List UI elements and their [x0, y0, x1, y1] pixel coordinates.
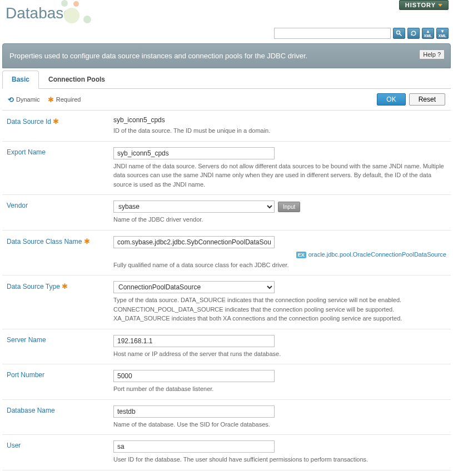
help-button[interactable]: Help ?	[419, 49, 445, 59]
input-server-name[interactable]	[113, 335, 275, 347]
search-button[interactable]	[393, 28, 405, 39]
xml-download-button[interactable]: ▼XML	[436, 28, 449, 39]
help-vendor: Name of the JDBC driver vendor.	[113, 215, 446, 224]
label-export-name: Export Name	[2, 147, 113, 189]
label-vendor: Vendor	[2, 201, 113, 224]
search-input[interactable]	[274, 28, 391, 39]
input-port[interactable]	[113, 370, 275, 382]
select-ds-type[interactable]: ConnectionPoolDataSource	[113, 281, 275, 293]
chevron-down-icon	[438, 4, 442, 7]
description-bar: Properties used to configure data source…	[2, 43, 451, 68]
tab-connection-pools[interactable]: Connection Pools	[39, 71, 115, 88]
help-export-name: JNDI name of the data source. Servers do…	[113, 162, 446, 189]
legend-required: ✱Required	[48, 96, 81, 104]
example-class-name: EXoracle.jdbc.pool.OracleConnectionPoolD…	[113, 250, 446, 258]
label-port: Port Number	[2, 370, 113, 394]
help-db-name: Name of the database. Use the SID for Or…	[113, 420, 446, 429]
label-ds-type: Data Source Type ✱	[2, 281, 113, 323]
input-export-name[interactable]	[113, 147, 275, 159]
legend-dynamic: ⟲Dynamic	[8, 96, 40, 104]
label-class-name: Data Source Class Name ✱	[2, 236, 113, 270]
tab-basic[interactable]: Basic	[2, 71, 39, 89]
svg-line-1	[400, 34, 402, 36]
search-icon	[396, 30, 402, 37]
ok-button[interactable]: OK	[377, 93, 405, 106]
reset-button[interactable]: Reset	[409, 93, 445, 106]
select-vendor[interactable]: sybase	[113, 201, 275, 213]
refresh-button[interactable]	[407, 28, 420, 39]
dynamic-icon: ⟲	[8, 96, 14, 104]
xml-upload-button[interactable]: ▲XML	[422, 28, 434, 39]
value-data-source-id: syb_iconn5_cpds	[113, 116, 446, 124]
help-server-name: Host name or IP address of the server th…	[113, 349, 446, 359]
xml-download-icon: ▼XML	[439, 29, 447, 38]
input-db-name[interactable]	[113, 405, 275, 418]
input-user[interactable]	[113, 440, 275, 453]
refresh-icon	[410, 30, 417, 37]
history-button[interactable]: HISTORY	[399, 0, 449, 10]
history-label: HISTORY	[405, 2, 436, 8]
help-data-source-id: ID of the data source. The ID must be un…	[113, 126, 446, 136]
required-icon: ✱	[48, 96, 54, 104]
help-class-name: Fully qualified name of a data source cl…	[113, 260, 446, 270]
help-user: User ID for the database. The user shoul…	[113, 455, 446, 464]
label-user: User	[2, 440, 113, 464]
help-port: Port number of the database listener.	[113, 384, 446, 394]
label-server-name: Server Name	[2, 335, 113, 359]
input-class-name[interactable]	[113, 236, 275, 248]
help-ds-type: Type of the data source. DATA_SOURCE ind…	[113, 295, 446, 323]
label-db-name: Database Name	[2, 405, 113, 429]
label-data-source-id: Data Source Id ✱	[2, 116, 113, 136]
vendor-input-button[interactable]: Input	[278, 202, 300, 212]
xml-upload-icon: ▲XML	[424, 29, 432, 38]
svg-point-0	[397, 31, 400, 34]
